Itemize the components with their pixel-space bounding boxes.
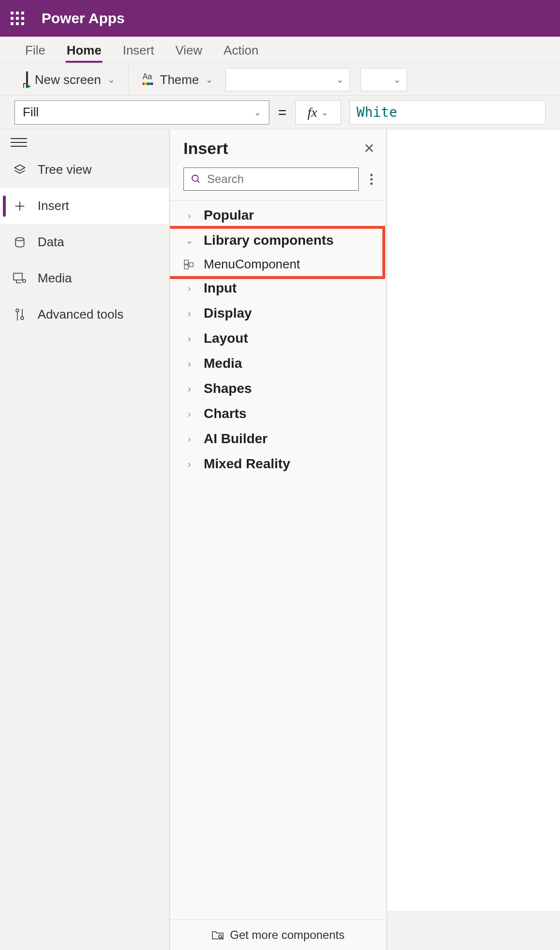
ribbon-dropdown-2[interactable]: ⌄ bbox=[361, 68, 407, 91]
media-icon bbox=[13, 271, 27, 286]
tab-action[interactable]: Action bbox=[223, 38, 259, 63]
new-screen-label: New screen bbox=[35, 72, 101, 87]
nav-media[interactable]: Media bbox=[0, 260, 169, 296]
plus-icon bbox=[13, 199, 27, 213]
nav-insert[interactable]: Insert bbox=[0, 188, 169, 224]
tab-view[interactable]: View bbox=[174, 38, 203, 63]
chevron-down-icon: ⌄ bbox=[183, 235, 195, 246]
ribbon: + New screen ⌄ Aa Theme ⌄ ⌄ ⌄ bbox=[0, 64, 560, 96]
chevron-right-icon: › bbox=[183, 358, 195, 369]
chevron-right-icon: › bbox=[183, 308, 195, 319]
svg-point-10 bbox=[192, 175, 198, 182]
main-area: Tree view Insert Data Media Advanced too bbox=[0, 129, 560, 950]
app-name: Power Apps bbox=[42, 10, 125, 27]
category-display[interactable]: › Display bbox=[170, 301, 386, 326]
chevron-right-icon: › bbox=[183, 433, 195, 445]
ribbon-dropdown-1[interactable]: ⌄ bbox=[225, 68, 350, 91]
category-layout[interactable]: › Layout bbox=[170, 326, 386, 351]
chevron-down-icon: ⌄ bbox=[206, 74, 213, 85]
menu-tabs: File Home Insert View Action bbox=[0, 37, 560, 64]
category-label: Mixed Reality bbox=[204, 456, 290, 472]
svg-rect-13 bbox=[184, 265, 188, 268]
chevron-down-icon: ⌄ bbox=[254, 107, 261, 118]
svg-point-5 bbox=[23, 279, 26, 282]
panel-header: Insert ✕ bbox=[170, 129, 386, 163]
category-label: AI Builder bbox=[204, 431, 267, 447]
hamburger-icon bbox=[11, 138, 27, 147]
tools-icon bbox=[13, 307, 27, 322]
category-label: Charts bbox=[204, 406, 247, 421]
svg-marker-0 bbox=[15, 165, 25, 170]
category-label: Popular bbox=[204, 208, 254, 223]
category-shapes[interactable]: › Shapes bbox=[170, 376, 386, 401]
category-mixed-reality[interactable]: › Mixed Reality bbox=[170, 451, 386, 476]
more-options-button[interactable] bbox=[366, 174, 377, 185]
category-label: Media bbox=[204, 356, 242, 371]
equals-sign: = bbox=[278, 104, 287, 121]
fx-button[interactable]: fx ⌄ bbox=[295, 100, 341, 125]
category-label: Library components bbox=[204, 233, 334, 248]
svg-rect-4 bbox=[14, 273, 22, 280]
database-icon bbox=[13, 235, 27, 250]
svg-rect-12 bbox=[184, 260, 188, 264]
category-label: Layout bbox=[204, 331, 248, 346]
category-popular[interactable]: › Popular bbox=[170, 203, 386, 228]
tab-insert[interactable]: Insert bbox=[122, 38, 155, 63]
search-row bbox=[170, 163, 386, 200]
folder-search-icon bbox=[211, 930, 224, 940]
nav-data[interactable]: Data bbox=[0, 224, 169, 260]
footer-label: Get more components bbox=[230, 928, 344, 942]
property-selector[interactable]: Fill ⌄ bbox=[14, 100, 269, 125]
category-label: Input bbox=[204, 280, 237, 296]
chevron-down-icon: ⌄ bbox=[108, 74, 115, 85]
category-list: › Popular ⌄ Library components MenuCompo… bbox=[170, 200, 386, 919]
component-label: MenuComponent bbox=[204, 257, 300, 272]
close-icon[interactable]: ✕ bbox=[364, 140, 375, 156]
theme-button[interactable]: Aa Theme ⌄ bbox=[140, 70, 215, 90]
tab-home[interactable]: Home bbox=[66, 38, 102, 63]
formula-bar: Fill ⌄ = fx ⌄ White bbox=[0, 96, 560, 129]
chevron-down-icon: ⌄ bbox=[393, 74, 401, 85]
nav-advanced-tools[interactable]: Advanced tools bbox=[0, 296, 169, 333]
insert-panel: Insert ✕ › Popular ⌄ Library components bbox=[169, 129, 387, 950]
layers-icon bbox=[13, 163, 27, 177]
new-screen-button[interactable]: + New screen ⌄ bbox=[24, 70, 117, 90]
divider bbox=[128, 64, 129, 96]
nav-label: Media bbox=[38, 271, 72, 286]
formula-input[interactable]: White bbox=[350, 100, 546, 125]
app-launcher-icon[interactable] bbox=[8, 9, 27, 28]
fx-label: fx bbox=[308, 105, 317, 120]
svg-line-11 bbox=[197, 181, 200, 183]
nav-label: Tree view bbox=[38, 162, 92, 177]
search-box[interactable] bbox=[183, 168, 359, 191]
category-media[interactable]: › Media bbox=[170, 351, 386, 376]
chevron-down-icon: ⌄ bbox=[321, 107, 328, 118]
left-nav: Tree view Insert Data Media Advanced too bbox=[0, 129, 169, 950]
canvas-area[interactable] bbox=[387, 129, 560, 950]
canvas-bottom-band bbox=[387, 911, 560, 950]
category-library-components[interactable]: ⌄ Library components bbox=[170, 228, 386, 253]
category-input[interactable]: › Input bbox=[170, 276, 386, 301]
theme-label: Theme bbox=[160, 72, 199, 87]
category-ai-builder[interactable]: › AI Builder bbox=[170, 426, 386, 451]
nav-label: Advanced tools bbox=[38, 307, 124, 322]
tab-file[interactable]: File bbox=[24, 38, 46, 63]
category-label: Shapes bbox=[204, 381, 252, 396]
chevron-right-icon: › bbox=[183, 210, 195, 221]
component-menucomponent[interactable]: MenuComponent bbox=[170, 253, 386, 276]
hamburger-button[interactable] bbox=[0, 138, 169, 152]
chevron-right-icon: › bbox=[183, 408, 195, 419]
property-label: Fill bbox=[23, 105, 39, 120]
get-more-components-button[interactable]: Get more components bbox=[170, 919, 386, 950]
nav-label: Data bbox=[38, 235, 64, 250]
chevron-right-icon: › bbox=[183, 383, 195, 394]
chevron-right-icon: › bbox=[183, 333, 195, 344]
nav-tree-view[interactable]: Tree view bbox=[0, 152, 169, 188]
nav-label: Insert bbox=[38, 198, 69, 213]
component-icon bbox=[183, 259, 195, 270]
title-bar: Power Apps bbox=[0, 0, 560, 37]
category-charts[interactable]: › Charts bbox=[170, 401, 386, 426]
search-input[interactable] bbox=[207, 172, 351, 186]
chevron-right-icon: › bbox=[183, 283, 195, 294]
chevron-down-icon: ⌄ bbox=[336, 74, 344, 85]
